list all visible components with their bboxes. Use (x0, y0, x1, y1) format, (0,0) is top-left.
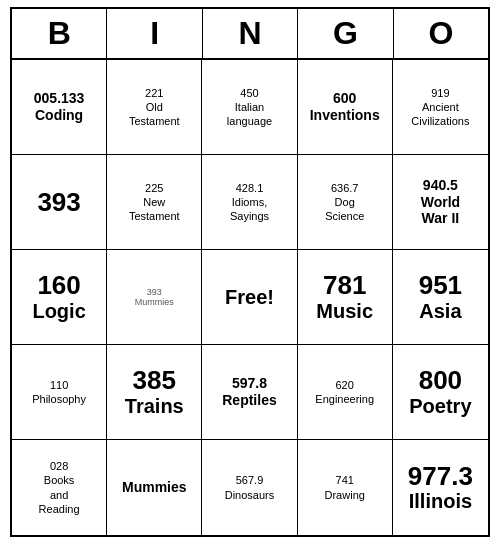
bingo-cell-0: 005.133 Coding (12, 60, 107, 155)
header-letter-n: N (203, 9, 298, 58)
bingo-cell-17: 597.8 Reptiles (202, 345, 297, 440)
bingo-cell-19: 800Poetry (393, 345, 488, 440)
bingo-cell-3: 600 Inventions (298, 60, 393, 155)
bingo-cell-10: 160Logic (12, 250, 107, 345)
header-letter-b: B (12, 9, 107, 58)
bingo-card: BINGO 005.133 Coding221 Old Testament450… (10, 7, 490, 537)
bingo-cell-18: 620 Engineering (298, 345, 393, 440)
bingo-cell-16: 385Trains (107, 345, 202, 440)
bingo-cell-9: 940.5 World War II (393, 155, 488, 250)
bingo-cell-24: 977.3Illinois (393, 440, 488, 535)
bingo-cell-22: 567.9 Dinosaurs (202, 440, 297, 535)
bingo-cell-23: 741 Drawing (298, 440, 393, 535)
bingo-cell-11: 393 Mummies (107, 250, 202, 345)
header-letter-i: I (107, 9, 202, 58)
bingo-cell-8: 636.7 Dog Science (298, 155, 393, 250)
bingo-cell-2: 450 Italian language (202, 60, 297, 155)
bingo-grid: 005.133 Coding221 Old Testament450 Itali… (12, 60, 488, 535)
bingo-cell-1: 221 Old Testament (107, 60, 202, 155)
bingo-header: BINGO (12, 9, 488, 60)
bingo-cell-5: 393 (12, 155, 107, 250)
bingo-cell-4: 919 Ancient Civilizations (393, 60, 488, 155)
bingo-cell-20: 028 Books and Reading (12, 440, 107, 535)
bingo-cell-14: 951Asia (393, 250, 488, 345)
header-letter-g: G (298, 9, 393, 58)
bingo-cell-13: 781Music (298, 250, 393, 345)
header-letter-o: O (394, 9, 488, 58)
bingo-cell-7: 428.1 Idioms, Sayings (202, 155, 297, 250)
bingo-cell-6: 225 New Testament (107, 155, 202, 250)
bingo-cell-12: Free! (202, 250, 297, 345)
bingo-cell-15: 110 Philosophy (12, 345, 107, 440)
bingo-cell-21: Mummies (107, 440, 202, 535)
